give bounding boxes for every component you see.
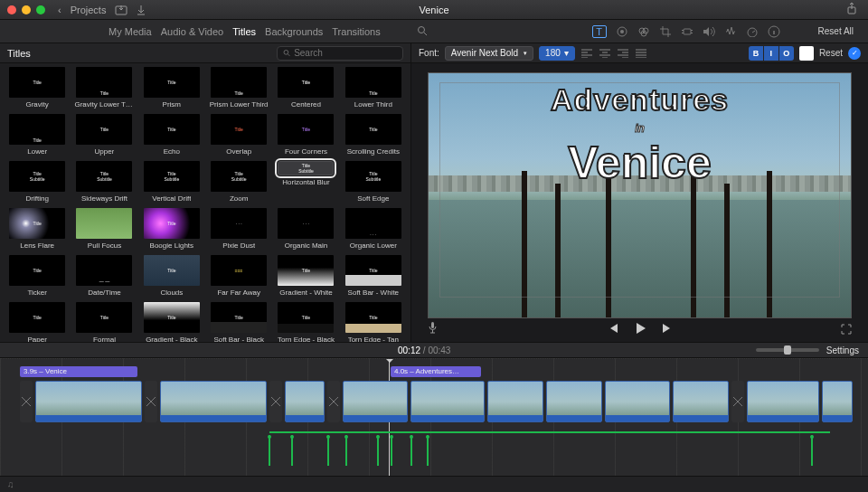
clip[interactable] [605,381,670,422]
tab-audio-video[interactable]: Audio & Video [161,26,224,37]
outline-toggle[interactable]: O [779,46,794,61]
title-line-2[interactable]: in [429,122,851,135]
voiceover-icon[interactable] [428,321,438,336]
title-text-icon[interactable]: T [592,25,607,38]
color-balance-icon[interactable] [616,25,628,38]
import-media-icon[interactable] [115,5,127,15]
title-tile[interactable]: TitleTorn Edge - Black [274,302,337,342]
title-tile[interactable]: TitleScrolling Credits [342,114,405,156]
title-tile[interactable]: TitleGravity Lower Third [72,67,136,109]
fullscreen-icon[interactable] [841,324,852,336]
title-tile[interactable]: TitleTicker [5,255,69,297]
align-right-icon[interactable] [617,47,629,60]
transition-icon[interactable] [20,381,33,422]
apply-check-icon[interactable]: ✓ [848,47,861,60]
transition-icon[interactable] [269,381,282,422]
title-tile[interactable]: TitleSubtitleSideways Drift [72,161,136,203]
title-tile[interactable]: TitleUpper [72,114,136,156]
volume-icon[interactable] [703,25,715,38]
info-icon[interactable] [768,25,780,38]
title-clip-2[interactable]: 4.0s – Adventures… [391,366,481,377]
close-window[interactable] [7,5,16,14]
title-tile[interactable]: TitleBoogie Lights [140,208,203,250]
clip[interactable] [410,381,485,422]
title-tile[interactable]: · · ·Organic Main [274,208,337,250]
title-tile[interactable]: TitleSubtitleSoft Edge [342,161,405,203]
title-tile[interactable]: TitlePrism [140,67,203,109]
search-field[interactable] [277,46,403,61]
timeline[interactable]: 3.9s – Venice 4.0s – Adventures… ♫ [0,358,868,492]
title-tile[interactable]: TitleLower [5,114,69,156]
title-tile[interactable]: TitleFour Corners [274,114,337,156]
tab-my-media[interactable]: My Media [108,26,152,37]
clip[interactable] [35,381,142,422]
clip[interactable] [487,381,543,422]
clip[interactable] [546,381,602,422]
tab-titles[interactable]: Titles [232,26,256,37]
clip[interactable] [822,381,853,422]
title-tile[interactable]: TitleSubtitleZoom [207,161,270,203]
title-tile[interactable]: TitleLens Flare [5,208,69,250]
title-tile[interactable]: · · ·Pixie Dust [207,208,270,250]
title-line-3[interactable]: Venice [429,137,851,189]
title-tile[interactable]: TitleSoft Bar - Black [207,302,270,342]
back-icon[interactable]: ‹ [58,5,61,15]
title-tile[interactable]: TitleSoft Bar - White [342,255,405,297]
tab-backgrounds[interactable]: Backgrounds [265,26,323,37]
clip[interactable] [673,381,729,422]
font-family-select[interactable]: Avenir Next Bold ▾ [445,46,533,61]
reset-button[interactable]: Reset [819,48,843,58]
align-left-icon[interactable] [580,47,593,60]
italic-toggle[interactable]: I [764,46,778,61]
title-tile[interactable]: TitleSubtitleDrifting [5,161,69,203]
clip[interactable] [747,381,819,422]
title-tile[interactable]: TitleClouds [140,255,203,297]
title-clip-1[interactable]: 3.9s – Venice [20,366,137,377]
share-icon[interactable] [846,3,857,14]
preview-viewer[interactable]: Adventures in Venice [428,72,852,318]
title-tile[interactable]: · · ·Organic Lower [342,208,405,250]
crop-icon[interactable] [659,25,672,38]
title-tile[interactable]: TitlePaper [5,302,69,342]
download-icon[interactable] [137,5,146,15]
minimize-window[interactable] [22,5,31,14]
reset-all-button[interactable]: Reset All [818,26,854,36]
transition-icon[interactable] [327,381,340,422]
back-projects[interactable]: Projects [71,5,107,15]
color-correction-icon[interactable] [637,25,650,38]
title-tile[interactable]: TitleSubtitleHorizontal Blur [274,161,337,203]
clip[interactable] [160,381,267,422]
timeline-zoom-slider[interactable] [756,348,819,352]
title-tile[interactable]: TitleSubtitleVertical Drift [140,161,203,203]
tab-transitions[interactable]: Transitions [332,26,380,37]
font-size-field[interactable]: 180 ▾ [539,46,575,61]
title-tile[interactable]: TitlePrism Lower Third [207,67,270,109]
title-tile[interactable]: Pull Focus [72,208,136,250]
next-clip-icon[interactable] [661,323,674,336]
title-tile[interactable]: TitleGradient - Black [140,302,203,342]
search-input[interactable] [294,48,397,58]
title-tile[interactable]: ≡≡≡Far Far Away [207,255,270,297]
play-icon[interactable] [634,322,646,336]
title-tile[interactable]: TitleFormal [72,302,136,342]
noise-reduction-icon[interactable] [724,25,737,38]
settings-button[interactable]: Settings [826,345,859,355]
title-tile[interactable]: TitleLower Third [342,67,405,109]
text-color-well[interactable] [799,46,814,61]
align-justify-icon[interactable] [635,47,647,60]
transition-icon[interactable] [731,381,744,422]
stabilize-icon[interactable] [681,25,693,38]
prev-clip-icon[interactable] [607,323,619,336]
clip[interactable] [343,381,408,422]
title-tile[interactable]: TitleGradient - White [274,255,337,297]
zoom-search-icon[interactable] [417,25,428,38]
align-center-icon[interactable] [599,47,611,60]
speed-icon[interactable] [746,25,759,38]
title-tile[interactable]: TitleGravity [5,67,69,109]
title-tile[interactable]: TitleCentered [274,67,337,109]
zoom-window[interactable] [36,5,45,14]
bold-toggle[interactable]: B [749,46,763,61]
title-tile[interactable]: TitleEcho [140,114,203,156]
title-tile[interactable]: — —Date/Time [72,255,136,297]
music-track[interactable]: ♫ [0,476,868,492]
